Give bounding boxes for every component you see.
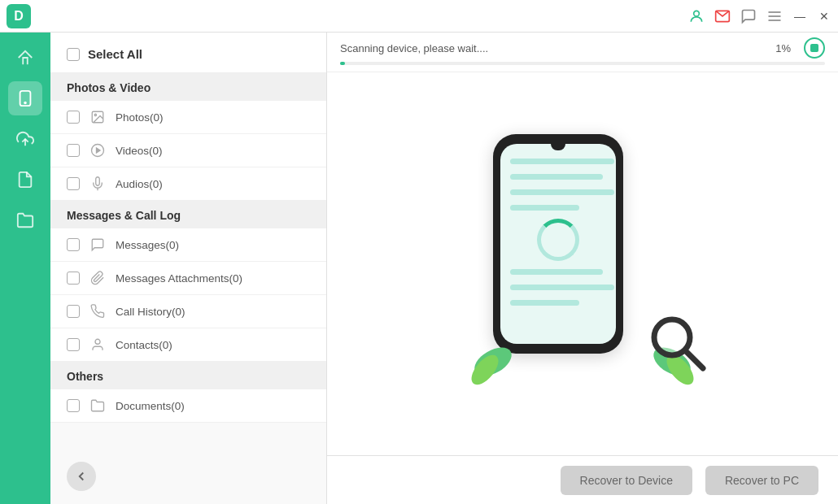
title-bar: D — ✕ — [0, 0, 838, 33]
contacts-label: Contacts(0) — [116, 339, 172, 351]
section-header-others: Others — [50, 362, 326, 389]
sidebar-item-home[interactable] — [8, 41, 42, 75]
scan-header: Scanning device, please wait.... 1% — [327, 33, 838, 72]
select-all-row[interactable]: Select All — [50, 33, 326, 73]
menu-icon[interactable] — [766, 8, 783, 24]
mail-icon[interactable] — [714, 8, 731, 24]
videos-icon — [89, 142, 106, 159]
user-icon[interactable] — [688, 8, 705, 24]
audios-icon — [89, 176, 106, 192]
stop-button[interactable] — [804, 37, 825, 59]
bottom-bar: Recover to Device Recover to PC — [327, 455, 838, 504]
left-panel: Select All Photos & Video Photos(0) Vide… — [50, 33, 327, 504]
svg-point-13 — [95, 339, 100, 344]
back-button[interactable] — [67, 462, 96, 491]
videos-label: Videos(0) — [116, 145, 163, 157]
messages-label: Messages(0) — [116, 239, 179, 251]
documents-icon — [89, 398, 106, 414]
select-all-checkbox[interactable] — [67, 48, 80, 61]
main-layout: Select All Photos & Video Photos(0) Vide… — [0, 33, 838, 504]
documents-label: Documents(0) — [116, 400, 185, 412]
svg-marker-11 — [97, 148, 101, 153]
title-bar-left: D — [7, 4, 31, 28]
chat-icon[interactable] — [740, 8, 757, 24]
scan-text: Scanning device, please wait.... — [340, 42, 488, 54]
photos-checkbox[interactable] — [67, 111, 80, 124]
category-item-msg-attachments[interactable]: Messages Attachments(0) — [50, 262, 326, 295]
app-logo: D — [7, 4, 31, 28]
contacts-checkbox[interactable] — [67, 338, 80, 351]
back-btn-area — [50, 449, 326, 504]
title-bar-right: — ✕ — [688, 8, 831, 24]
sidebar-item-backup[interactable] — [8, 122, 42, 156]
magnifier-icon — [648, 313, 713, 378]
stop-icon — [810, 44, 818, 52]
progress-bar — [340, 62, 345, 65]
messages-icon — [89, 237, 106, 253]
screen-line-3 — [510, 189, 614, 195]
recover-to-pc-button[interactable]: Recover to PC — [705, 466, 818, 495]
category-item-photos[interactable]: Photos(0) — [50, 101, 326, 134]
photos-label: Photos(0) — [116, 111, 164, 124]
msg-attachments-label: Messages Attachments(0) — [116, 272, 242, 285]
call-history-checkbox[interactable] — [67, 305, 80, 318]
illustration-area — [327, 72, 838, 455]
svg-point-0 — [694, 11, 700, 16]
leaves-left-icon — [469, 321, 526, 386]
category-item-messages[interactable]: Messages(0) — [50, 228, 326, 262]
phone-screen — [500, 144, 616, 344]
screen-line-2 — [510, 174, 603, 180]
screen-line-5 — [510, 269, 603, 275]
screen-line-4 — [510, 205, 579, 211]
close-button[interactable]: ✕ — [817, 9, 831, 24]
spinner — [537, 219, 579, 261]
screen-line-6 — [510, 285, 614, 290]
screen-line-7 — [510, 300, 579, 306]
screen-line-1 — [510, 159, 614, 164]
videos-checkbox[interactable] — [67, 144, 80, 157]
call-history-icon — [89, 303, 106, 319]
msg-attachments-icon — [89, 270, 106, 286]
svg-line-19 — [685, 350, 703, 368]
photos-icon — [89, 109, 106, 125]
svg-point-9 — [94, 114, 96, 115]
category-item-videos[interactable]: Videos(0) — [50, 134, 326, 167]
phone-notch — [551, 144, 565, 150]
contacts-icon — [89, 337, 106, 353]
sidebar-item-docs[interactable] — [8, 163, 42, 197]
msg-attachments-checkbox[interactable] — [67, 272, 80, 285]
right-panel: Scanning device, please wait.... 1% — [327, 33, 838, 504]
audios-checkbox[interactable] — [67, 177, 80, 190]
recover-to-device-button[interactable]: Recover to Device — [561, 466, 692, 495]
audios-label: Audios(0) — [116, 178, 163, 190]
messages-checkbox[interactable] — [67, 238, 80, 251]
section-header-messages: Messages & Call Log — [50, 201, 326, 228]
category-item-documents[interactable]: Documents(0) — [50, 389, 326, 423]
category-item-contacts[interactable]: Contacts(0) — [50, 328, 326, 362]
call-history-label: Call History(0) — [116, 306, 185, 318]
section-header-photos: Photos & Video — [50, 73, 326, 101]
sidebar-item-phone[interactable] — [8, 81, 42, 115]
minimize-button[interactable]: — — [792, 9, 807, 24]
sidebar-nav — [0, 33, 50, 504]
scan-percent: 1% — [775, 42, 791, 54]
select-all-label: Select All — [88, 47, 142, 61]
documents-checkbox[interactable] — [67, 399, 80, 412]
category-item-call-history[interactable]: Call History(0) — [50, 295, 326, 328]
category-item-audios[interactable]: Audios(0) — [50, 167, 326, 201]
svg-point-6 — [24, 102, 26, 104]
sidebar-item-folder[interactable] — [8, 203, 42, 237]
